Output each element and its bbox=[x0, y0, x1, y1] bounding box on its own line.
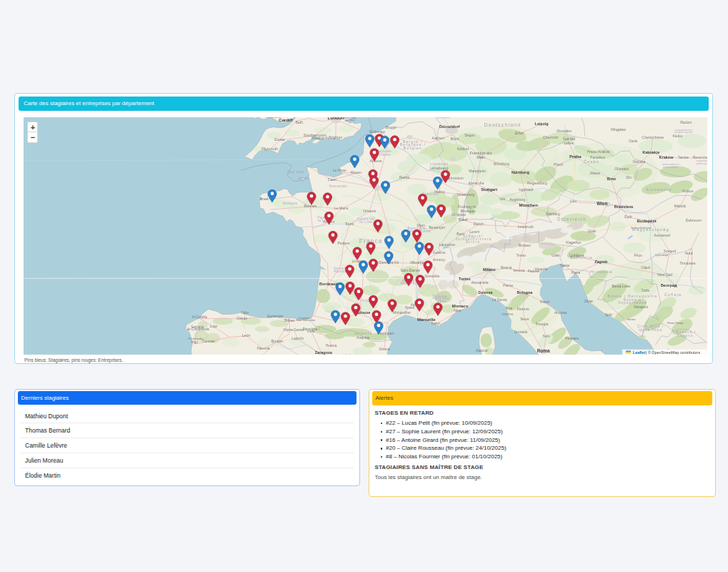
svg-text:on-Sea: on-Sea bbox=[345, 118, 355, 122]
svg-text:Trento: Trento bbox=[517, 253, 527, 257]
svg-text:Caen: Caen bbox=[328, 177, 336, 181]
svg-text:Amiens: Amiens bbox=[370, 159, 382, 163]
svg-text:Ljubljana: Ljubljana bbox=[569, 253, 584, 257]
svg-text:Düsseldorf: Düsseldorf bbox=[439, 124, 460, 128]
svg-text:Swansea: Swansea bbox=[266, 117, 281, 119]
svg-text:świętokrzyskie: świętokrzyskie bbox=[674, 130, 694, 134]
svg-text:München: München bbox=[519, 203, 539, 207]
svg-text:Oviedo: Oviedo bbox=[236, 316, 247, 320]
svg-text:Toulon: Toulon bbox=[431, 322, 441, 325]
svg-text:Milano: Milano bbox=[483, 267, 496, 272]
svg-text:Ústí nad: Ústí nad bbox=[563, 137, 576, 141]
svg-text:Pisa: Pisa bbox=[506, 307, 512, 310]
svg-text:Нови Пазар: Нови Пазар bbox=[667, 320, 684, 324]
svg-text:Regensburg: Regensburg bbox=[527, 180, 547, 184]
svg-text:Rouen: Rouen bbox=[351, 170, 361, 174]
svg-text:Brighton: Brighton bbox=[329, 134, 342, 139]
svg-text:Србија: Србија bbox=[664, 292, 682, 297]
svg-text:Tuzla: Tuzla bbox=[642, 289, 650, 292]
svg-text:Bologna: Bologna bbox=[517, 290, 533, 294]
svg-text:podkarpackie: podkarpackie bbox=[697, 161, 707, 164]
svg-text:London: London bbox=[328, 117, 345, 120]
svg-text:Brugge: Brugge bbox=[386, 125, 397, 129]
svg-text:Lausanne: Lausanne bbox=[439, 242, 456, 246]
svg-text:Andorra: Andorra bbox=[356, 335, 369, 339]
svg-text:Bath: Bath bbox=[295, 119, 303, 124]
svg-text:Jersey: Jersey bbox=[297, 175, 309, 179]
svg-text:Besançon: Besançon bbox=[429, 225, 445, 229]
svg-text:Orléans: Orléans bbox=[363, 209, 376, 213]
svg-text:Tarnów: Tarnów bbox=[678, 156, 689, 159]
svg-text:Lleida: Lleida bbox=[344, 352, 354, 354]
svg-text:de Compostela: de Compostela bbox=[187, 327, 209, 330]
svg-text:Perugia: Perugia bbox=[536, 321, 549, 325]
svg-text:Rennes: Rennes bbox=[304, 203, 317, 207]
svg-text:Česko: Česko bbox=[584, 159, 599, 163]
svg-text:Banja Luka: Banja Luka bbox=[612, 283, 630, 287]
svg-text:Linz: Linz bbox=[570, 199, 577, 203]
svg-text:d'Azur: d'Azur bbox=[437, 299, 447, 302]
svg-text:Kielce: Kielce bbox=[672, 134, 682, 138]
svg-text:Brno: Brno bbox=[607, 177, 616, 181]
svg-text:Plymouth: Plymouth bbox=[261, 147, 278, 151]
svg-text:Mulhouse: Mulhouse bbox=[452, 213, 466, 217]
svg-text:Le Mans: Le Mans bbox=[334, 206, 349, 210]
svg-text:Dresden: Dresden bbox=[557, 129, 572, 133]
svg-text:Burgos: Burgos bbox=[271, 338, 284, 342]
svg-text:Würzburg: Würzburg bbox=[494, 161, 509, 165]
svg-text:Basel: Basel bbox=[459, 217, 468, 221]
svg-text:Novi Sad: Novi Sad bbox=[657, 272, 672, 276]
svg-text:Chemnitz: Chemnitz bbox=[543, 134, 559, 139]
svg-text:Brest: Brest bbox=[260, 197, 269, 201]
svg-text:Lugo: Lugo bbox=[210, 324, 218, 327]
svg-text:Koblenz: Koblenz bbox=[457, 147, 469, 150]
svg-text:Alessandria: Alessandria bbox=[471, 281, 488, 285]
svg-text:Trieste: Trieste bbox=[559, 263, 569, 267]
svg-text:Karlsruhe: Karlsruhe bbox=[469, 181, 484, 185]
svg-text:Zlín: Zlín bbox=[626, 176, 632, 179]
svg-text:Labem: Labem bbox=[564, 141, 574, 144]
svg-text:Plzeň: Plzeň bbox=[554, 162, 563, 167]
svg-text:Verona: Verona bbox=[513, 267, 524, 272]
svg-text:La Spezia: La Spezia bbox=[492, 297, 507, 301]
svg-text:Luzern: Luzern bbox=[469, 230, 479, 234]
svg-text:Győr: Győr bbox=[624, 214, 632, 218]
svg-text:Logroño: Logroño bbox=[291, 336, 304, 340]
svg-text:Zagreb: Zagreb bbox=[594, 259, 608, 263]
svg-text:Annecy: Annecy bbox=[433, 257, 445, 261]
svg-text:małopolskie: małopolskie bbox=[663, 164, 679, 168]
svg-text:Székesfehérvár: Székesfehérvár bbox=[631, 226, 652, 230]
svg-text:Mostar: Mostar bbox=[627, 317, 636, 320]
svg-text:Firenze: Firenze bbox=[517, 306, 529, 310]
svg-text:Brescia: Brescia bbox=[501, 266, 512, 270]
svg-text:France: France bbox=[379, 152, 391, 157]
svg-text:Normandie: Normandie bbox=[329, 184, 347, 188]
svg-text:Grenoble: Grenoble bbox=[424, 273, 439, 277]
svg-text:Gijón: Gijón bbox=[241, 310, 249, 314]
svg-text:Kecskemét: Kecskemét bbox=[654, 233, 670, 237]
svg-text:Frankfurt am: Frankfurt am bbox=[470, 150, 493, 154]
svg-text:Bolzano: Bolzano bbox=[519, 243, 531, 247]
svg-text:Salzburg: Salzburg bbox=[546, 211, 560, 215]
svg-text:Aachen: Aachen bbox=[432, 136, 444, 140]
svg-text:Zadar: Zadar bbox=[584, 299, 593, 302]
svg-text:Nice: Nice bbox=[454, 307, 461, 312]
svg-text:Poitiers: Poitiers bbox=[337, 240, 349, 245]
svg-text:Bratislava: Bratislava bbox=[614, 204, 634, 208]
svg-text:Split: Split bbox=[605, 312, 612, 317]
svg-text:Belgien: Belgien bbox=[404, 145, 423, 149]
svg-text:Palencia: Palencia bbox=[257, 347, 270, 350]
svg-text:Суботица: Суботица bbox=[655, 252, 669, 256]
svg-text:Torino: Torino bbox=[459, 276, 471, 280]
svg-text:Girona: Girona bbox=[379, 346, 389, 350]
svg-text:Pescara: Pescara bbox=[565, 336, 579, 340]
svg-text:Olomouc: Olomouc bbox=[614, 167, 629, 171]
svg-text:Cardiff: Cardiff bbox=[279, 118, 293, 122]
svg-text:Guernsey: Guernsey bbox=[287, 169, 304, 173]
svg-text:Pontevedra: Pontevedra bbox=[189, 337, 204, 340]
svg-text:Ancona: Ancona bbox=[554, 310, 567, 314]
svg-text:Jihlava: Jihlava bbox=[589, 171, 600, 174]
svg-text:Miskolc: Miskolc bbox=[674, 204, 686, 208]
svg-text:Częstochowa: Częstochowa bbox=[642, 135, 664, 139]
svg-text:A Coruña: A Coruña bbox=[192, 314, 207, 318]
